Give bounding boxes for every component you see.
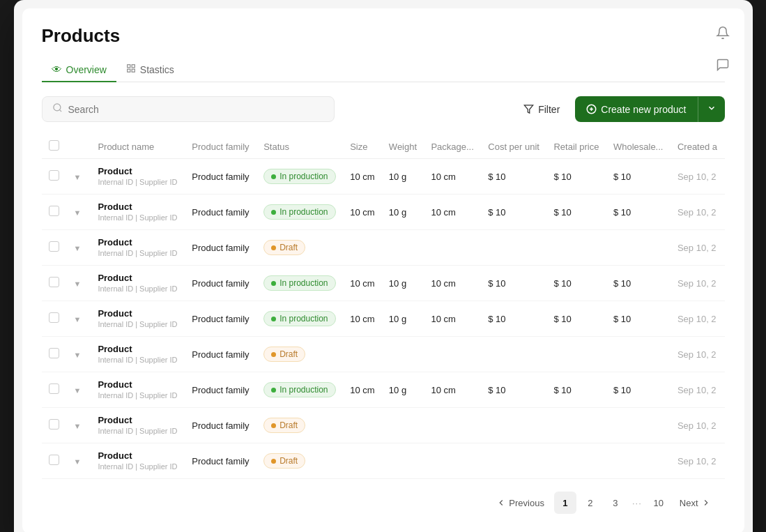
row-wholesale-5 (606, 337, 671, 372)
row-checkbox-4[interactable] (49, 312, 59, 323)
filter-button[interactable]: Filter (515, 98, 568, 121)
row-created-4: Sep 10, 2 (671, 301, 725, 337)
tab-overview[interactable]: 👁 Overview (42, 58, 116, 82)
row-product-name-1: Product Internal ID | Supplier ID (91, 195, 185, 230)
row-wholesale-8 (606, 443, 671, 479)
row-retail-8 (546, 443, 606, 479)
row-weight-8 (382, 443, 424, 479)
row-status-8: Draft (256, 443, 343, 479)
select-all-checkbox[interactable] (49, 140, 59, 151)
row-weight-4: 10 g (382, 301, 424, 337)
row-checkbox-3[interactable] (49, 277, 59, 287)
row-retail-0: $ 10 (546, 159, 606, 195)
row-size-6: 10 cm (343, 372, 382, 408)
row-weight-6: 10 g (382, 372, 424, 408)
search-box[interactable] (42, 96, 335, 122)
row-created-3: Sep 10, 2 (671, 266, 725, 301)
svg-rect-3 (128, 69, 130, 72)
row-family-5: Product family (185, 337, 256, 372)
pagination-dots: ··· (629, 498, 645, 508)
create-dropdown-arrow[interactable] (698, 96, 725, 122)
toolbar: Filter Create new product (42, 96, 725, 122)
row-expand-4[interactable]: ▼ (74, 315, 82, 324)
row-cost-0: $ 10 (481, 159, 546, 195)
row-package-3: 10 cm (424, 266, 481, 301)
row-weight-7 (382, 408, 424, 443)
row-checkbox-2[interactable] (49, 241, 59, 252)
col-status: Status (256, 135, 343, 159)
row-cost-6: $ 10 (481, 372, 546, 408)
row-checkbox-5[interactable] (49, 348, 59, 358)
page-2-button[interactable]: 2 (579, 492, 602, 514)
tab-statistics[interactable]: Stastics (116, 58, 184, 82)
row-checkbox-6[interactable] (49, 383, 59, 394)
create-product-main[interactable]: Create new product (575, 97, 697, 122)
row-status-0: In production (256, 159, 343, 195)
row-created-7: Sep 10, 2 (671, 408, 725, 443)
row-expand-8[interactable]: ▼ (74, 457, 82, 466)
row-retail-5 (546, 337, 606, 372)
row-created-2: Sep 10, 2 (671, 230, 725, 266)
row-status-5: Draft (256, 337, 343, 372)
row-expand-5[interactable]: ▼ (74, 351, 82, 359)
row-expand-6[interactable]: ▼ (74, 386, 82, 395)
products-table: Product name Product family Status Size … (42, 135, 725, 479)
row-checkbox-1[interactable] (49, 206, 59, 216)
row-product-name-3: Product Internal ID | Supplier ID (91, 266, 185, 301)
col-created: Created a (671, 135, 725, 159)
row-product-name-8: Product Internal ID | Supplier ID (91, 443, 185, 479)
previous-button[interactable]: Previous (489, 492, 551, 514)
table-row: ▼ Product Internal ID | Supplier ID Prod… (42, 337, 725, 372)
row-cost-8 (481, 443, 546, 479)
page-10-button[interactable]: 10 (648, 492, 670, 514)
row-checkbox-7[interactable] (49, 419, 59, 430)
row-created-1: Sep 10, 2 (671, 195, 725, 230)
svg-marker-6 (524, 105, 533, 113)
row-cost-7 (481, 408, 546, 443)
row-size-3: 10 cm (343, 266, 382, 301)
table-row: ▼ Product Internal ID | Supplier ID Prod… (42, 195, 725, 230)
create-product-button[interactable]: Create new product (575, 96, 724, 122)
row-wholesale-4: $ 10 (606, 301, 671, 337)
row-status-3: In production (256, 266, 343, 301)
row-expand-7[interactable]: ▼ (74, 422, 82, 430)
row-package-6: 10 cm (424, 372, 481, 408)
row-created-5: Sep 10, 2 (671, 337, 725, 372)
row-size-0: 10 cm (343, 159, 382, 195)
svg-rect-2 (132, 69, 135, 72)
row-size-5 (343, 337, 382, 372)
row-package-5 (424, 337, 481, 372)
row-retail-3: $ 10 (546, 266, 606, 301)
row-cost-1: $ 10 (481, 195, 546, 230)
page-1-button[interactable]: 1 (554, 492, 576, 514)
table-row: ▼ Product Internal ID | Supplier ID Prod… (42, 372, 725, 408)
row-family-1: Product family (185, 195, 256, 230)
table-row: ▼ Product Internal ID | Supplier ID Prod… (42, 408, 725, 443)
table-header-row: Product name Product family Status Size … (42, 135, 725, 159)
row-weight-1: 10 g (382, 195, 424, 230)
row-product-name-6: Product Internal ID | Supplier ID (91, 372, 185, 408)
search-input[interactable] (68, 104, 324, 115)
row-created-8: Sep 10, 2 (671, 443, 725, 479)
row-size-8 (343, 443, 382, 479)
row-expand-2[interactable]: ▼ (74, 244, 82, 252)
notification-icon[interactable] (712, 22, 733, 43)
row-family-8: Product family (185, 443, 256, 479)
row-product-name-4: Product Internal ID | Supplier ID (91, 301, 185, 337)
row-package-1: 10 cm (424, 195, 481, 230)
table-row: ▼ Product Internal ID | Supplier ID Prod… (42, 443, 725, 479)
row-expand-3[interactable]: ▼ (74, 280, 82, 288)
svg-rect-0 (128, 65, 130, 68)
row-status-4: In production (256, 301, 343, 337)
row-checkbox-0[interactable] (49, 170, 59, 181)
message-icon[interactable] (712, 54, 733, 75)
row-product-name-7: Product Internal ID | Supplier ID (91, 408, 185, 443)
row-checkbox-8[interactable] (49, 455, 59, 465)
page-3-button[interactable]: 3 (604, 492, 627, 514)
next-button[interactable]: Next (673, 492, 718, 514)
row-wholesale-2 (606, 230, 671, 266)
row-expand-0[interactable]: ▼ (74, 173, 82, 181)
row-expand-1[interactable]: ▼ (74, 208, 82, 217)
row-retail-6: $ 10 (546, 372, 606, 408)
row-weight-5 (382, 337, 424, 372)
